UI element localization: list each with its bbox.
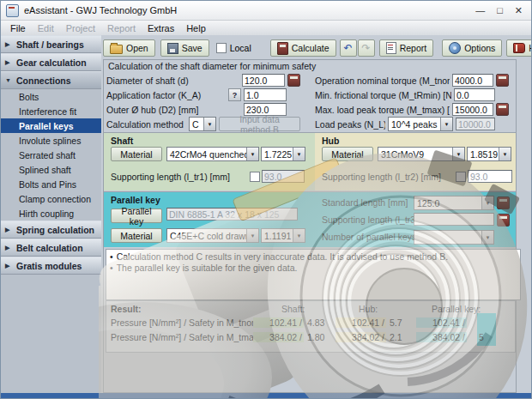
sidebar-item-splined-shaft[interactable]: Splined shaft (1, 162, 101, 177)
field-label: Min. frictional torque (M_tRmin) [Nm] (315, 90, 451, 100)
calculator-icon (277, 42, 288, 55)
key-supporting-length-field[interactable] (414, 213, 494, 226)
sidebar-item-serrated-shaft[interactable]: Serrated shaft (1, 148, 101, 162)
close-button[interactable]: ✕ (515, 5, 523, 16)
message-line: •Calculation method C results in very in… (110, 251, 517, 263)
options-label: Options (464, 43, 495, 53)
parallel-key-button[interactable]: Parallel key (111, 209, 162, 223)
parallel-key-material-number-select[interactable]: 1.1191▼ (261, 228, 305, 243)
redo-button[interactable]: ↷ (358, 39, 375, 57)
menu-extras[interactable]: Extras (142, 22, 180, 34)
hub-material-number-select[interactable]: 1.8519▼ (467, 147, 511, 161)
sidebar-item-parallel-keys[interactable]: Parallel keys (1, 118, 101, 133)
minimize-button[interactable]: — (475, 5, 485, 16)
main-area: Open Save Local Calculate ↶ ↷ Report Opt… (101, 35, 531, 398)
result-value: 102.41 / (336, 317, 386, 328)
chevron-right-icon: ▶ (5, 59, 12, 66)
sidebar-item-gratis-modules[interactable]: ▶Gratis modules (1, 257, 101, 275)
open-button[interactable]: Open (103, 39, 155, 57)
parallel-key-material-select[interactable]: C45E+C cold drawn▼ (166, 228, 259, 243)
calculate-button[interactable]: Calculate (270, 39, 336, 57)
shaft-material-button[interactable]: Material (111, 147, 162, 161)
sidebar-item-label: Gear calculation (16, 57, 87, 68)
sidebar-item-interference-fit[interactable]: Interference fit (1, 104, 101, 118)
result-col-hub: Hub: (359, 304, 378, 314)
app-window: eAssistant - GWJ Technology GmbH — □ ✕ F… (0, 0, 532, 399)
calculation-method-select[interactable]: C▼ (189, 117, 216, 131)
hub-material-select[interactable]: 31CrMoV9▼ (378, 147, 465, 161)
chevron-down-icon: ▼ (499, 148, 511, 160)
number-of-keys-select[interactable]: ▼ (414, 230, 494, 245)
options-button[interactable]: Options (442, 39, 502, 57)
shaft-material-number-select[interactable]: 1.7225▼ (261, 147, 305, 161)
parallel-key-material-button[interactable]: Material (111, 228, 162, 243)
sidebar-item-hirth-coupling[interactable]: Hirth coupling (1, 206, 101, 221)
calculator-icon[interactable] (497, 196, 510, 209)
sidebar-item-label: Interference fit (19, 106, 76, 117)
app-icon (6, 4, 19, 17)
sidebar-item-connections[interactable]: ▼Connections (1, 71, 101, 89)
sidebar-item-bolts[interactable]: Bolts (1, 89, 101, 104)
bullet-icon: • (110, 251, 113, 263)
menu-file[interactable]: File (4, 22, 32, 34)
field-label: Diameter of shaft (d) (106, 76, 239, 86)
field-label: Load peaks (N_L) (315, 119, 385, 130)
field-label: Supporting length (l_tr1) [mm] (111, 172, 248, 182)
result-value: 384.02 / (416, 332, 467, 342)
result-value: 102.41 / (416, 317, 467, 328)
redo-icon: ↷ (362, 44, 371, 52)
panel-caption: Calculation of the shaft diameter for mi… (108, 61, 316, 71)
help-label: Help (529, 43, 532, 53)
nominal-torque-input[interactable] (452, 74, 493, 87)
field-label: Max. load peak torque (M_tmax) [Nm] (315, 105, 450, 115)
sidebar-item-clamp-connection[interactable]: Clamp connection (1, 191, 101, 206)
application-factor-input[interactable] (244, 88, 287, 101)
min-frictional-torque-input[interactable] (454, 88, 495, 101)
calculator-icon[interactable] (496, 103, 509, 116)
calculator-icon[interactable] (496, 74, 509, 87)
max-load-peak-torque-input[interactable] (452, 103, 493, 116)
sidebar-item-involute-splines[interactable]: Involute splines (1, 133, 101, 148)
result-value: 1.80 (307, 332, 331, 342)
sidebar: ▶Shaft / bearings ▶Gear calculation ▼Con… (1, 35, 102, 393)
calculator-icon[interactable] (287, 74, 300, 87)
parallel-key-section: Parallel key Parallel key Material C45E+… (104, 191, 516, 247)
chevron-down-icon: ▼ (246, 148, 258, 160)
sidebar-item-belt-calculation[interactable]: ▶Belt calculation (1, 239, 101, 257)
hub-material-button[interactable]: Material (322, 147, 373, 161)
result-title: Result: (111, 304, 142, 314)
sidebar-item-spring-calculation[interactable]: ▶Spring calculation (1, 221, 101, 239)
message-line: •The parallel key is suitable for the gi… (110, 263, 517, 274)
menu-help[interactable]: Help (180, 22, 212, 34)
sidebar-item-gear-calculation[interactable]: ▶Gear calculation (1, 53, 101, 71)
maximize-button[interactable]: □ (497, 5, 503, 16)
hub-supporting-length-checkbox[interactable] (456, 172, 466, 182)
menu-report: Report (101, 22, 142, 34)
shaft-supporting-length-checkbox[interactable] (250, 172, 260, 182)
field-label: Operation nominal torque (M_tnom) [Nm] (315, 76, 450, 86)
shaft-material-select[interactable]: 42CrMo4 quenched and t...▼ (166, 147, 259, 161)
window-bottom-border (1, 393, 531, 398)
save-button[interactable]: Save (160, 39, 209, 57)
load-peaks-select[interactable]: 10^4 peaks▼ (388, 117, 453, 131)
sidebar-item-shaft-bearings[interactable]: ▶Shaft / bearings (1, 35, 101, 53)
input-data-method-b-button[interactable]: Input data method B (219, 117, 300, 131)
chevron-right-icon: ▶ (5, 41, 12, 48)
report-button[interactable]: Report (379, 39, 434, 57)
message-box: •Calculation method C results in very in… (106, 249, 521, 300)
chevron-right-icon: ▶ (5, 227, 12, 233)
sidebar-item-bolts-and-pins[interactable]: Bolts and Pins (1, 177, 101, 191)
sidebar-item-label: Bolts and Pins (19, 179, 76, 190)
shaft-diameter-input[interactable] (242, 74, 285, 87)
local-checkbox[interactable] (216, 43, 227, 53)
calculator-icon[interactable] (497, 214, 510, 227)
parallel-key-designation-field (166, 208, 298, 221)
field-label: Calculation method (106, 119, 186, 130)
standard-length-select[interactable]: 125.0▼ (414, 196, 494, 210)
menu-edit: Edit (32, 22, 60, 34)
help-question-button[interactable]: ? (228, 88, 241, 101)
field-label: Standard length [mm] (322, 197, 414, 208)
field-label: Number of parallel keys (n) (322, 232, 414, 242)
help-button[interactable]: Help (506, 39, 532, 57)
undo-button[interactable]: ↶ (340, 39, 357, 57)
